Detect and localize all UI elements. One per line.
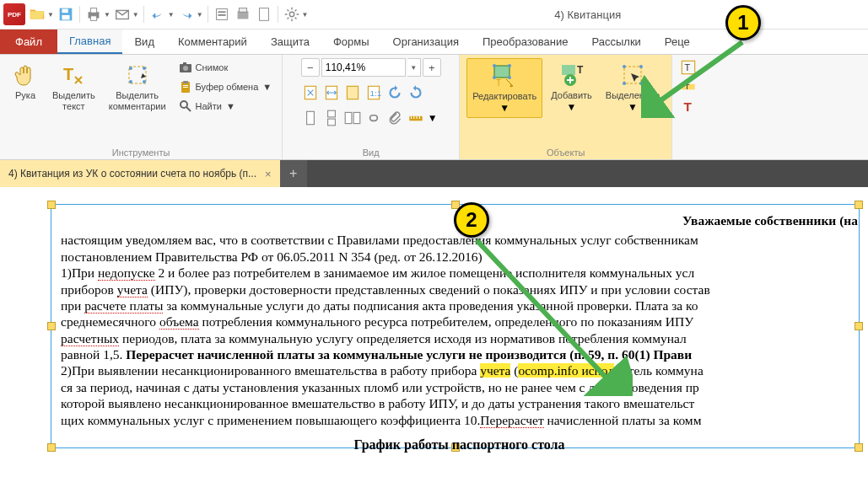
svg-point-49	[623, 65, 626, 68]
rotate-left-icon[interactable]	[385, 83, 404, 102]
fit-width-icon[interactable]	[322, 83, 341, 102]
tab-review[interactable]: Реце	[653, 29, 702, 54]
window-title: 4) Квитанция	[311, 8, 865, 21]
find-tool[interactable]: Найти▼	[175, 97, 276, 115]
tab-convert[interactable]: Преобразование	[471, 29, 580, 54]
resize-handle[interactable]	[855, 201, 863, 209]
svg-point-51	[623, 82, 626, 85]
svg-point-27	[181, 101, 187, 108]
svg-rect-33	[306, 111, 314, 124]
svg-rect-4	[90, 8, 96, 13]
document-tab[interactable]: 4) Квитанция из УК о состоянии счета по …	[0, 160, 280, 187]
rotate-right-icon[interactable]	[407, 83, 425, 102]
tab-main[interactable]: Главная	[57, 29, 122, 54]
fit-page-icon[interactable]	[301, 83, 320, 102]
tab-file[interactable]: Файл	[0, 29, 57, 54]
tab-mailings[interactable]: Рассылки	[580, 29, 652, 54]
clipboard-tool[interactable]: Буфер обмена▼	[175, 78, 276, 96]
zoom-in-button[interactable]: +	[423, 58, 441, 77]
svg-rect-34	[327, 110, 335, 117]
add-content-button[interactable]: T Добавить ▼	[546, 58, 597, 116]
hand-icon	[12, 62, 39, 88]
resize-handle[interactable]	[47, 322, 56, 330]
settings-button[interactable]	[283, 5, 301, 24]
attachment-icon[interactable]	[385, 109, 404, 127]
group-objects: T Редактировать ▼ T Добавить ▼ Выделенно…	[460, 55, 672, 159]
new-tab-button[interactable]: +	[280, 160, 307, 187]
select-comments-icon	[124, 62, 151, 88]
svg-rect-45	[562, 65, 575, 75]
document-text[interactable]: Уважаемые собственники (на настоящим уве…	[61, 212, 858, 453]
document-tab-label: 4) Квитанция из УК о состоянии счета по …	[8, 168, 256, 180]
group-label-tools: Инструменты	[112, 146, 170, 158]
email-button[interactable]	[113, 5, 132, 24]
single-page-icon[interactable]	[301, 109, 320, 127]
save-button[interactable]	[57, 5, 75, 24]
two-page-icon[interactable]	[343, 109, 362, 127]
group-label-view: Вид	[363, 146, 380, 158]
edit-content-button[interactable]: T Редактировать ▼	[466, 58, 542, 118]
tab-organize[interactable]: Организация	[381, 29, 471, 54]
svg-rect-11	[239, 8, 246, 13]
group-view: − ▼ + 1:1 ▼ Вид	[283, 55, 460, 159]
undo-button[interactable]	[148, 5, 167, 24]
svg-text:T: T	[496, 78, 501, 88]
svg-text:T: T	[684, 99, 693, 114]
svg-point-16	[129, 67, 132, 70]
redo-button[interactable]	[177, 5, 196, 24]
svg-rect-37	[353, 112, 360, 123]
callout-2: 2	[454, 202, 489, 238]
svg-point-17	[143, 67, 146, 70]
ruler-icon[interactable]	[407, 109, 425, 127]
ribbon: Рука T Выделить текст Выделить комментар…	[0, 55, 868, 160]
svg-point-19	[143, 80, 146, 83]
form-button[interactable]	[213, 5, 231, 24]
actual-size-icon[interactable]: 1:1	[364, 83, 383, 102]
svg-text:T: T	[685, 62, 691, 72]
hand-tool[interactable]: Рука	[7, 58, 44, 104]
svg-rect-8	[218, 11, 225, 13]
resize-handle[interactable]	[47, 201, 56, 209]
svg-point-13	[289, 12, 294, 17]
svg-text:T: T	[685, 82, 690, 91]
zoom-out-button[interactable]: −	[301, 58, 320, 77]
fit-visible-icon[interactable]	[343, 83, 362, 102]
link-icon[interactable]	[364, 109, 383, 127]
selected-icon	[619, 62, 646, 88]
misc-icon-3[interactable]: T	[679, 97, 698, 115]
print-button[interactable]	[84, 5, 103, 24]
svg-rect-10	[237, 11, 248, 19]
resize-handle[interactable]	[47, 443, 56, 452]
scan-button[interactable]	[234, 5, 252, 24]
select-text-icon: T	[60, 62, 87, 88]
select-comments-tool[interactable]: Выделить комментарии	[104, 58, 171, 115]
continuous-icon[interactable]	[322, 109, 341, 127]
close-tab-icon[interactable]: ×	[265, 168, 272, 180]
svg-point-43	[508, 76, 511, 79]
zoom-dropdown[interactable]: ▼	[407, 58, 421, 77]
svg-rect-35	[327, 119, 335, 126]
svg-rect-25	[183, 85, 188, 86]
tab-view[interactable]: Вид	[122, 29, 166, 54]
open-button[interactable]	[28, 5, 46, 24]
svg-rect-39	[494, 66, 509, 78]
blank-button[interactable]	[255, 5, 273, 24]
misc-icon-1[interactable]: T	[679, 58, 698, 77]
document-area[interactable]: Уважаемые собственники (на настоящим уве…	[0, 187, 868, 493]
callout-1: 1	[725, 5, 761, 40]
app-icon: PDF	[3, 3, 25, 25]
tab-comment[interactable]: Комментарий	[166, 29, 259, 54]
misc-icon-2[interactable]: T	[679, 78, 698, 96]
svg-rect-5	[90, 16, 96, 21]
svg-rect-12	[259, 8, 268, 21]
svg-rect-26	[183, 87, 188, 88]
tab-security[interactable]: Защита	[259, 29, 321, 54]
svg-point-21	[183, 66, 188, 71]
svg-text:1:1: 1:1	[369, 88, 381, 98]
selected-content-button[interactable]: Выделенное ▼	[601, 58, 665, 116]
tab-forms[interactable]: Формы	[321, 29, 381, 54]
select-text-tool[interactable]: T Выделить текст	[47, 58, 100, 115]
zoom-input[interactable]	[321, 58, 406, 77]
edit-icon: T	[491, 62, 518, 89]
snapshot-tool[interactable]: Снимок	[175, 58, 276, 77]
